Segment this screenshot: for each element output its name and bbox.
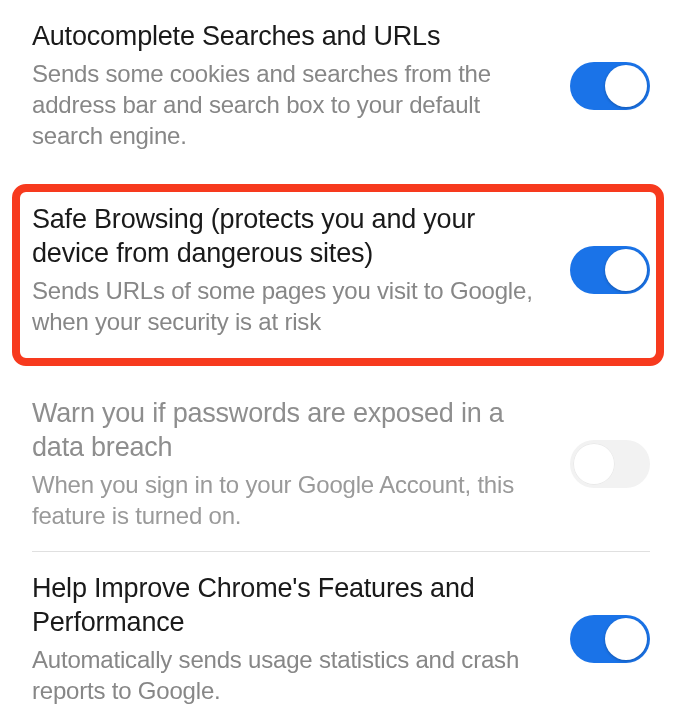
toggle-password-breach [570, 440, 650, 488]
toggle-knob [605, 249, 647, 291]
toggle-autocomplete[interactable] [570, 62, 650, 110]
row-title: Warn you if passwords are exposed in a d… [32, 397, 546, 465]
row-title: Help Improve Chrome's Features and Perfo… [32, 572, 546, 640]
toggle-safe-browsing[interactable] [570, 246, 650, 294]
row-text: Warn you if passwords are exposed in a d… [32, 397, 570, 531]
settings-list: Autocomplete Searches and URLs Sends som… [0, 0, 680, 726]
row-text: Autocomplete Searches and URLs Sends som… [32, 20, 570, 151]
row-title: Autocomplete Searches and URLs [32, 20, 546, 54]
row-text: Safe Browsing (protects you and your dev… [32, 203, 570, 337]
toggle-knob [573, 443, 615, 485]
row-autocomplete[interactable]: Autocomplete Searches and URLs Sends som… [0, 0, 680, 171]
row-password-breach: Warn you if passwords are exposed in a d… [0, 367, 680, 551]
row-desc: Sends URLs of some pages you visit to Go… [32, 275, 546, 337]
toggle-improve-chrome[interactable] [570, 615, 650, 663]
row-desc: Automatically sends usage statistics and… [32, 644, 546, 706]
row-desc: Sends some cookies and searches from the… [32, 58, 546, 152]
row-text: Help Improve Chrome's Features and Perfo… [32, 572, 570, 706]
row-safe-browsing[interactable]: Safe Browsing (protects you and your dev… [0, 171, 680, 367]
row-desc: When you sign in to your Google Account,… [32, 469, 546, 531]
row-improve-chrome[interactable]: Help Improve Chrome's Features and Perfo… [0, 552, 680, 726]
row-title: Safe Browsing (protects you and your dev… [32, 203, 546, 271]
toggle-knob [605, 618, 647, 660]
toggle-knob [605, 65, 647, 107]
